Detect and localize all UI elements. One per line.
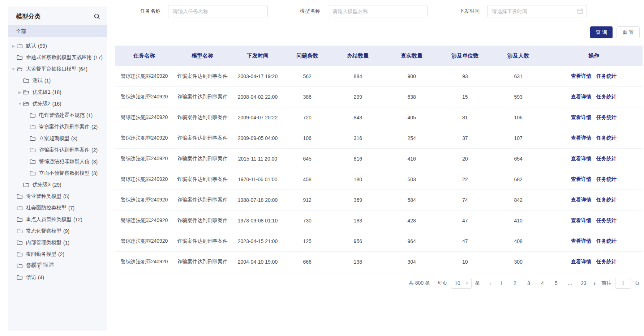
tree-node[interactable]: 专业警种类模型 (5) [8,191,107,202]
tree-node[interactable]: 督察 ( 模型描述 [8,260,107,272]
task-stats-link[interactable]: 任务统计 [596,73,617,80]
tree-node[interactable]: 测试 (1) [8,75,107,86]
tree-node[interactable]: 常态化督察模型 (9) [8,225,107,237]
expand-arrow-icon[interactable]: ▼ [10,67,17,71]
filter-time: 下发时间 [459,5,587,17]
sidebar-header: 模型分类 [8,7,107,25]
column-header: 下发时间 [232,52,284,59]
reset-button[interactable]: 重 置 [617,26,640,38]
cell-issue-time: 2009-04-07 20:22 [232,115,284,120]
task-stats-link[interactable]: 任务统计 [596,259,617,265]
view-detail-link[interactable]: 查看详情 [571,238,591,244]
cell-verified-count: 964 [385,238,438,244]
tree-node-count: (16) [52,101,61,107]
task-stats-link[interactable]: 任务统计 [596,238,617,244]
view-detail-link[interactable]: 查看详情 [571,176,591,183]
view-detail-link[interactable]: 查看详情 [571,259,591,265]
main-content: 任务名称 模型名称 下发时间 查 询 重 置 任务名称 模型名称 下发时间 [115,0,643,336]
tree-node[interactable]: 内部管理类模型 (1) [8,237,107,248]
tree-node[interactable]: 社会面防控类模型 (7) [8,202,107,214]
issue-time-input[interactable] [487,5,587,17]
view-detail-link[interactable]: 查看详情 [571,197,591,203]
tree-node-label: 立案超期模型 [39,135,69,142]
tree-node[interactable]: ▶ 优先级1 (18) [8,86,107,98]
expand-arrow-icon[interactable]: ▶ [10,44,17,48]
cell-person-count: 300 [491,259,545,265]
view-detail-link[interactable]: 查看详情 [571,135,591,141]
tree-node[interactable]: 警综违法犯罪嫌疑人信 (3) [8,156,107,167]
sidebar-item-all[interactable]: 全部 [8,25,107,37]
tree-node-label: 督察 [26,263,36,269]
page-size-select[interactable]: 10 ▼ [451,278,472,289]
tree-node-label: 诈骗案件达到刑事案件 [39,147,90,153]
tree-node[interactable]: 立案超期模型 (3) [8,133,107,144]
tree-node-count: (99) [38,43,47,49]
page-number-button[interactable]: 4 [537,280,548,286]
folder-icon [30,159,36,165]
cell-issue-time: 2004-04-10 19:00 [232,259,284,265]
task-stats-link[interactable]: 任务统计 [596,114,617,121]
table-header-row: 任务名称 模型名称 下发时间 问题条数 办结数量 查实数量 涉及单位数 涉及人数… [115,46,643,66]
search-icon[interactable] [93,13,100,20]
goto-page-input[interactable] [615,278,631,289]
tree-node[interactable]: 电诈警情处置不规范 (1) [8,110,107,121]
goto-label: 前往 [601,280,611,286]
cell-unit-count: 81 [438,115,491,120]
page-number-button[interactable]: 23 [578,280,589,286]
page-number-button[interactable]: 2 [510,280,520,286]
view-detail-link[interactable]: 查看详情 [571,156,591,162]
tree-node[interactable]: ▼ 大监督平台抽接口模型 (64) [8,63,107,75]
task-name-input[interactable] [168,5,268,17]
tree-node[interactable]: 诈骗案件达到刑事案件 (2) [8,144,107,156]
tree-node[interactable]: 优先级3 (29) [8,179,107,191]
per-page-suffix: 条 [475,280,480,286]
view-detail-link[interactable]: 查看详情 [571,73,591,80]
page-number-button[interactable]: 3 [523,280,534,286]
tree-node-label: 电诈警情处置不规范 [39,112,85,119]
task-stats-link[interactable]: 任务统计 [596,156,617,162]
cell-model-name: 诈骗案件达到刑事案件 [173,156,232,162]
tree-node-count: (1) [63,240,69,246]
cell-verified-count: 428 [385,218,438,224]
next-page-button[interactable]: › [593,280,596,286]
cell-unit-count: 20 [438,156,491,162]
search-button[interactable]: 查 询 [590,26,613,38]
task-stats-link[interactable]: 任务统计 [596,176,617,183]
page-number-button[interactable]: 5 [551,280,562,286]
folder-icon [17,251,23,257]
tree-node[interactable]: 命题式督察数据模型实战应用 (17) [8,52,107,63]
page-number-button[interactable]: 1 [496,280,507,286]
table-row: 警综违法犯罪240920 诈骗案件达到刑事案件 2008-04-02 22:00… [115,87,643,107]
calendar-icon[interactable] [577,8,583,14]
tree-node[interactable]: ▶ 默认 (99) [8,40,107,52]
tree-node-count: (1) [44,78,51,84]
tree-node[interactable]: 重点人员管控类模型 (12) [8,214,107,225]
task-stats-link[interactable]: 任务统计 [596,217,617,224]
cell-task-name: 警综违法犯罪240920 [115,114,173,121]
tree-node-count: (12) [73,217,82,222]
expand-arrow-icon[interactable]: ▶ [17,90,23,95]
tree-node[interactable]: 立而不侦督察数据模型 (3) [8,167,107,179]
prev-page-button[interactable]: ‹ [489,280,491,286]
tree-node[interactable]: 夜间勤务模型 (2) [8,248,107,260]
tree-node-count: (29) [52,182,61,188]
cell-issue-count: 562 [284,73,331,79]
tree-node-label: 信访 [26,274,36,281]
view-detail-link[interactable]: 查看详情 [571,217,591,224]
cell-closed-count: 816 [331,156,385,162]
task-stats-link[interactable]: 任务统计 [596,135,617,141]
task-stats-link[interactable]: 任务统计 [596,94,617,100]
tree-node[interactable]: 盗窃案件达到刑事案件 (2) [8,121,107,133]
tree-node[interactable]: ▼ 优先级2 (16) [8,98,107,110]
tree-node[interactable]: 信访 (4) [8,272,107,283]
view-detail-link[interactable]: 查看详情 [571,114,591,121]
folder-open-icon [23,101,29,107]
tree-node-label: 立而不侦督察数据模型 [39,170,90,176]
view-detail-link[interactable]: 查看详情 [571,94,591,100]
cell-issue-count: 645 [284,156,331,162]
tree-node-label: 默认 [26,43,36,49]
page-more-button[interactable]: ... [564,280,575,286]
task-stats-link[interactable]: 任务统计 [596,197,617,203]
expand-arrow-icon[interactable]: ▼ [17,102,23,106]
model-name-input[interactable] [328,5,428,17]
